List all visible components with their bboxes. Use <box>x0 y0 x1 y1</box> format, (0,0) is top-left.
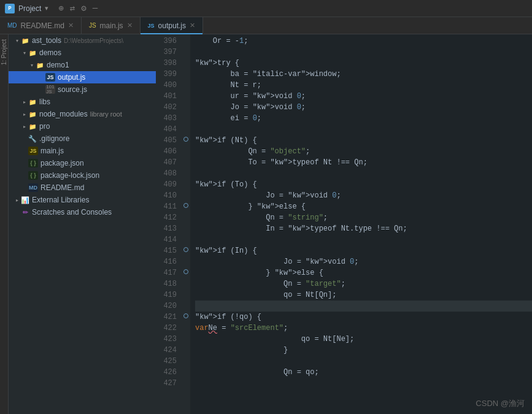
line-number: 402 <box>156 102 177 113</box>
package-json-icon: { } <box>28 159 38 167</box>
gutter-cell <box>182 266 190 277</box>
code-line: ur = "kw">void 0; <box>195 91 532 102</box>
settings-icon[interactable]: ⚙ <box>81 3 86 13</box>
tab-readme-close[interactable]: ✕ <box>68 21 74 29</box>
gutter-cell <box>182 167 190 178</box>
readme-md-icon: MD <box>28 183 38 192</box>
line-number: 412 <box>156 212 177 223</box>
line-number: 413 <box>156 223 177 234</box>
external-libs-icon: 📊 <box>21 196 29 204</box>
line-number: 406 <box>156 146 177 157</box>
tree-item-libs[interactable]: 📁 libs <box>9 96 156 108</box>
demos-arrow[interactable] <box>21 49 28 56</box>
tree-item-source-js[interactable]: 101JS source.js <box>9 83 156 96</box>
sync-icon[interactable]: ⇄ <box>70 3 75 13</box>
line-number: 420 <box>156 301 177 312</box>
line-number: 411 <box>156 201 177 212</box>
project-label[interactable]: Project <box>18 4 41 13</box>
tree-item-node-modules[interactable]: 📁 node_modules library root <box>9 108 156 120</box>
demo1-arrow[interactable] <box>28 61 36 69</box>
line-number: 401 <box>156 91 177 102</box>
code-line <box>195 356 532 367</box>
gutter-cell <box>182 145 190 156</box>
gutter-cell <box>182 377 190 388</box>
project-tree[interactable]: 📁 ast_tools D:\WebstormProjects\ 📁 demos… <box>9 34 156 414</box>
external-libs-arrow[interactable] <box>13 196 21 204</box>
breakpoint-marker[interactable] <box>183 247 188 252</box>
code-line: "kw">if (!qo) { <box>195 312 532 323</box>
code-line <box>195 301 532 312</box>
main-content: 1: Project 📁 ast_tools D:\WebstormProjec… <box>0 34 532 414</box>
line-number: 424 <box>156 345 177 356</box>
gutter-cell <box>182 156 190 167</box>
gutter-cell <box>182 90 190 101</box>
breakpoint-marker[interactable] <box>183 313 188 318</box>
tree-item-pro[interactable]: 📁 pro <box>9 120 156 132</box>
code-line: } "kw">else { <box>195 201 532 212</box>
ast-tools-arrow[interactable] <box>13 37 21 44</box>
code-line: qo = Nt[Ne]; <box>195 334 532 345</box>
tab-main-close[interactable]: ✕ <box>127 21 133 29</box>
project-dropdown-arrow[interactable]: ▾ <box>45 4 48 12</box>
code-line: "kw">if (To) { <box>195 179 532 190</box>
minimize-icon[interactable]: — <box>93 3 98 13</box>
breakpoint-marker[interactable] <box>183 203 188 208</box>
gutter-cell <box>182 222 190 233</box>
pro-arrow[interactable] <box>21 123 28 130</box>
tree-item-demos[interactable]: 📁 demos <box>9 47 156 59</box>
code-line: "kw">if (Nt) { <box>195 135 532 146</box>
demo1-label: demo1 <box>47 61 69 69</box>
output-js-label: output.js <box>58 73 85 82</box>
line-number: 404 <box>156 124 177 135</box>
libs-arrow[interactable] <box>21 98 28 105</box>
gutter-cell <box>182 321 190 332</box>
tree-item-external-libs[interactable]: 📊 External Libraries <box>9 194 156 206</box>
editor-area: 3963973983994004014024034044054064074084… <box>156 34 532 414</box>
gutter-cell <box>182 34 190 45</box>
tab-output[interactable]: JS output.js ✕ <box>141 17 203 34</box>
tabs-bar: MD README.md ✕ JS main.js ✕ JS output.js… <box>0 17 532 34</box>
tree-item-output-js[interactable]: JS output.js <box>9 71 156 83</box>
tree-item-package-json[interactable]: { } package.json <box>9 157 156 169</box>
line-number: 415 <box>156 245 177 256</box>
code-line <box>195 47 532 58</box>
node-modules-arrow[interactable] <box>21 110 28 118</box>
add-icon[interactable]: ⊕ <box>58 3 63 13</box>
watermark: CSDN @渔河 <box>476 398 525 409</box>
scratches-label: Scratches and Consoles <box>32 208 112 217</box>
node-modules-extra: library root <box>90 110 122 118</box>
gutter-cell <box>182 123 190 134</box>
breakpoint-marker[interactable] <box>183 269 188 274</box>
tree-item-ast-tools[interactable]: 📁 ast_tools D:\WebstormProjects\ <box>9 34 156 47</box>
line-number: 400 <box>156 80 177 91</box>
code-line: Qn = "object"; <box>195 146 532 157</box>
pro-icon: 📁 <box>28 122 37 131</box>
tree-item-readme-md[interactable]: MD README.md <box>9 182 156 194</box>
line-number: 398 <box>156 58 177 69</box>
code-line: Jo = "kw">void 0; <box>195 256 532 267</box>
title-bar: P Project ▾ ⊕ ⇄ ⚙ — <box>0 0 532 17</box>
tree-item-gitignore[interactable]: 🔧 .gitignore <box>9 132 156 145</box>
tree-item-demo1[interactable]: 📁 demo1 <box>9 59 156 71</box>
code-line: To = "kw">typeof Nt !== Qn; <box>195 157 532 168</box>
tab-readme-label: README.md <box>21 21 64 30</box>
code-line: Nt = r; <box>195 80 532 91</box>
code-line: } <box>195 345 532 356</box>
tree-item-package-lock-json[interactable]: { } package-lock.json <box>9 169 156 182</box>
node-modules-icon: 📁 <box>28 110 37 118</box>
tree-item-main-js[interactable]: JS main.js <box>9 145 156 157</box>
gutter-cell <box>182 355 190 366</box>
line-number: 427 <box>156 378 177 389</box>
gutter-cell <box>182 310 190 321</box>
tab-readme[interactable]: MD README.md ✕ <box>0 17 82 34</box>
gutter-cell <box>182 112 190 123</box>
sidebar-strip: 1: Project <box>0 34 9 414</box>
code-content[interactable]: Or = -1; "kw">try { ba = "italic-var">wi… <box>190 34 532 414</box>
line-number: 422 <box>156 323 177 334</box>
tree-item-scratches[interactable]: ✏ Scratches and Consoles <box>9 206 156 218</box>
line-number: 419 <box>156 289 177 301</box>
breakpoint-marker[interactable] <box>183 137 188 142</box>
tab-readme-icon: MD <box>7 22 17 29</box>
tab-output-close[interactable]: ✕ <box>190 21 195 29</box>
tab-main[interactable]: JS main.js ✕ <box>82 17 141 34</box>
